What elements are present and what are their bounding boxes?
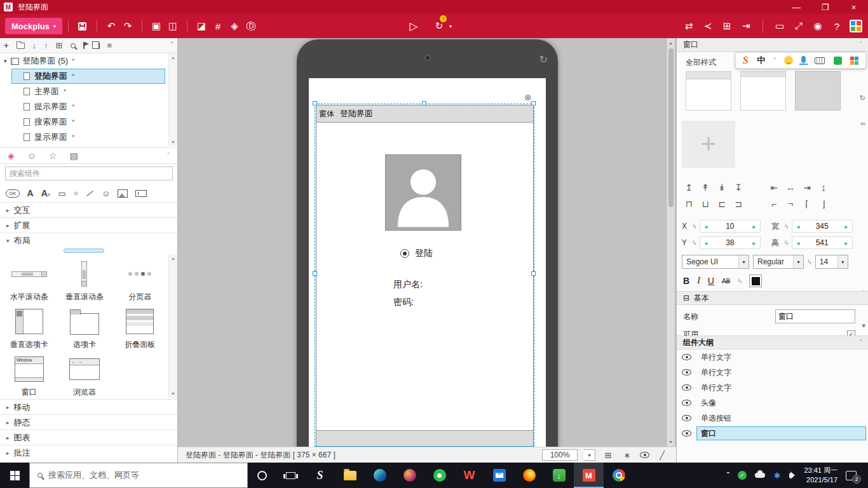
decrease-icon[interactable]: ◂ — [700, 240, 712, 247]
tree-root-item[interactable]: ▾ 登陆界面 (5) * — [0, 53, 166, 69]
font-color-swatch[interactable] — [749, 274, 762, 287]
share-icon[interactable]: ≺ — [700, 18, 716, 34]
bind-interaction-icon[interactable]: ϟ — [785, 239, 789, 247]
section-annotation[interactable]: ▸ 批注 — [0, 445, 177, 460]
undo-icon[interactable]: ↶ — [103, 18, 119, 34]
taskbar-search-box[interactable]: 搜索应用、文档、网页等 — [29, 463, 248, 488]
zoom-dropdown-icon[interactable]: ▾ — [584, 449, 595, 461]
collapse-tree-icon[interactable]: ˇ — [171, 41, 173, 50]
bring-front-icon[interactable]: ⌐ — [767, 199, 781, 209]
tree-page-item[interactable]: 提示界面 * — [11, 99, 165, 114]
name-input[interactable] — [775, 309, 855, 323]
tree-scrollbar[interactable]: ▴ ▾ — [168, 53, 177, 146]
align-left-icon[interactable]: ⇤ — [767, 182, 781, 193]
export-icon[interactable]: ⇥ — [738, 18, 754, 34]
grid-guides-icon[interactable]: # — [210, 18, 226, 34]
group-components-icon[interactable]: ⊐ — [731, 199, 745, 209]
taskbar-app-mockplus[interactable]: M — [574, 463, 604, 488]
task-view-button[interactable] — [276, 463, 305, 488]
align-top-icon[interactable]: ↥ — [682, 182, 696, 193]
visibility-eye-icon[interactable] — [682, 400, 691, 406]
visibility-eye-icon[interactable] — [682, 430, 691, 437]
sogou-ime-bar[interactable]: S 中 ’ — [735, 52, 866, 69]
scroll-down-icon[interactable]: ▾ — [172, 391, 174, 396]
font-family-select[interactable]: Segoe UI ▾ — [682, 255, 749, 269]
cortana-button[interactable] — [248, 463, 276, 488]
ime-mic-icon[interactable] — [801, 56, 806, 63]
same-size-icon[interactable]: ⊏ — [715, 199, 729, 209]
password-text-component[interactable]: 密码: — [393, 297, 414, 308]
outline-row[interactable]: 头像 — [677, 395, 868, 410]
component-item[interactable]: 折叠面板 — [112, 306, 168, 353]
ime-punctuation-icon[interactable]: ’ — [774, 57, 775, 64]
taskbar-app-edge[interactable] — [365, 463, 395, 488]
scroll-up-icon[interactable]: ▴ — [669, 40, 672, 46]
section-static[interactable]: ▸ 静态 — [0, 414, 177, 430]
auto-data-icon[interactable]: Ⓓ — [243, 18, 259, 34]
security-check-icon[interactable]: ✓ — [738, 471, 747, 480]
minimize-button[interactable]: — — [782, 0, 811, 14]
hide-icon[interactable]: ⌋ — [817, 199, 831, 209]
tree-page-item[interactable]: 显示界面 * — [11, 130, 165, 145]
rectangle-component-icon[interactable]: ▭ — [58, 189, 65, 198]
taskbar-app-browser2[interactable] — [395, 463, 424, 488]
collapse-section-icon[interactable]: ⊟ — [683, 294, 689, 302]
ime-skin-icon[interactable] — [834, 57, 842, 65]
lock-icon[interactable]: ⌈ — [800, 199, 814, 209]
sync-button[interactable]: ↻ ? ▾ — [431, 18, 452, 34]
image-component-icon[interactable] — [118, 189, 128, 198]
component-item[interactable]: 水平滚动条 — [1, 258, 57, 306]
component-item[interactable]: 分页器 — [112, 258, 168, 306]
visibility-eye-icon[interactable] — [682, 384, 691, 391]
taskbar-app-wps[interactable]: W — [454, 463, 484, 488]
taskbar-app-sogou[interactable]: S — [305, 463, 335, 488]
window-component[interactable]: 窗体 登陆界面 登陆 用户名: 密码: — [316, 105, 534, 447]
tree-page-item[interactable]: 登陆界面 * — [11, 69, 165, 84]
align-middle-icon[interactable]: ↟ — [698, 182, 712, 193]
cloud-sync-icon[interactable] — [755, 473, 765, 478]
hidden-icons-chevron[interactable]: ˆ — [726, 471, 729, 480]
collaboration-icon[interactable]: ◉ — [810, 18, 826, 34]
fill-color-icon[interactable]: ◈ — [226, 18, 243, 34]
same-width-icon[interactable]: ⊓ — [682, 199, 696, 209]
sogou-logo[interactable]: S — [743, 55, 749, 66]
slice-grid-icon[interactable]: ⊞ — [719, 18, 735, 34]
same-height-icon[interactable]: ⊔ — [698, 199, 712, 209]
text-component-icon[interactable]: A — [27, 188, 34, 198]
section-interaction[interactable]: ▸ 交互 — [0, 202, 177, 217]
outline-section-header[interactable]: 组件大纲 ˆ — [677, 336, 868, 349]
visibility-eye-icon[interactable] — [682, 415, 691, 421]
section-extend[interactable]: ▸ 扩展 — [0, 217, 177, 233]
artboard-icon[interactable]: ▣ — [148, 18, 165, 34]
x-stepper[interactable]: ◂ 10 ▸ — [700, 220, 761, 233]
collapse-inspector-icon[interactable]: ˇ — [860, 41, 862, 48]
ime-lang-indicator[interactable]: 中 — [757, 55, 765, 66]
icon-component-icon[interactable]: ☺ — [102, 189, 110, 198]
help-icon[interactable]: ? — [829, 18, 845, 34]
resize-handle-top-left[interactable] — [313, 101, 317, 105]
bind-interaction-icon[interactable]: ϟ — [785, 222, 789, 230]
group-icon[interactable]: ◫ — [165, 18, 181, 34]
resize-handle-middle-left[interactable] — [313, 271, 317, 276]
add-page-icon[interactable]: + — [4, 41, 9, 50]
height-stepper[interactable]: ◂ 541 ▸ — [792, 236, 853, 249]
section-chart[interactable]: ▸ 图表 — [0, 430, 177, 445]
style-thumbnail-3[interactable] — [795, 71, 841, 111]
section-layout[interactable]: ▾ 布局 — [0, 233, 177, 248]
move-down-icon[interactable]: ↓ — [32, 41, 37, 50]
copy-page-icon[interactable] — [94, 43, 100, 49]
outline-row[interactable]: 单行文字 — [677, 365, 868, 380]
underline-button[interactable]: U — [708, 276, 714, 286]
component-item[interactable]: Window 窗口 — [1, 353, 57, 401]
window-component-header[interactable]: 窗体 登陆界面 — [316, 105, 533, 123]
add-folder-icon[interactable] — [17, 43, 25, 49]
increase-icon[interactable]: ▸ — [749, 240, 760, 247]
tray-app-icon[interactable]: ∗ — [773, 470, 782, 481]
avatar-component[interactable] — [385, 154, 461, 231]
distribute-horizontal-icon[interactable]: ↨ — [817, 182, 831, 193]
tab-components-icon[interactable]: ◈ — [8, 151, 15, 161]
redo-icon[interactable]: ↷ — [119, 18, 136, 34]
resize-handle-top-right[interactable] — [531, 101, 536, 105]
align-right-icon[interactable]: ⇥ — [800, 182, 814, 193]
italic-button[interactable]: I — [697, 276, 700, 286]
